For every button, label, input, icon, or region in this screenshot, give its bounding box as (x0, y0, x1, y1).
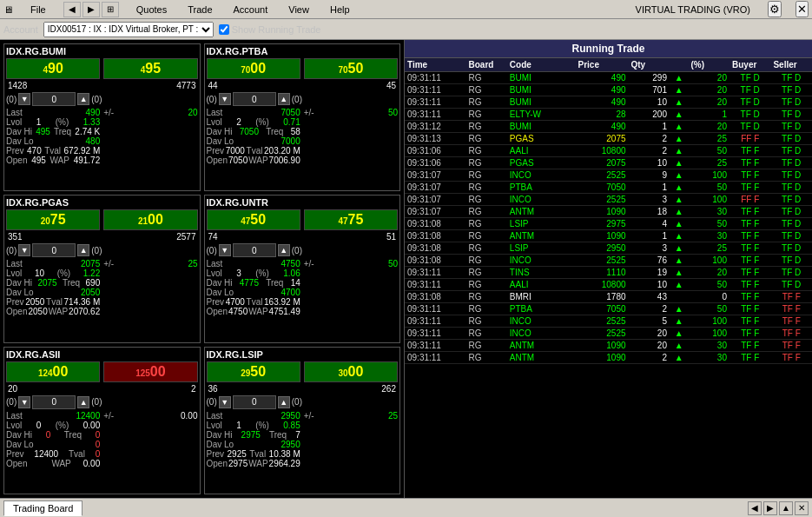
td-price: 7050 (576, 182, 629, 194)
td-code: AALI (507, 279, 576, 291)
order-up-untr[interactable]: ▲ (278, 244, 290, 256)
td-chg: 20 (689, 96, 729, 109)
order-down-asii[interactable]: ▼ (18, 396, 30, 408)
order-input-asii[interactable] (32, 395, 76, 409)
td-code: PGAS (507, 157, 576, 169)
ask-box-untr[interactable]: 4775 (304, 209, 398, 230)
card-title-lsip: IDX.RG.LSIP (207, 349, 399, 360)
td-qty: 2 (629, 303, 670, 315)
td-arrow: ▲ (670, 267, 689, 279)
order-input-untr[interactable] (233, 243, 276, 257)
order-down-lsip[interactable]: ▼ (219, 396, 231, 408)
td-price: 2075 (576, 157, 629, 169)
td-time: 09:31:06 (405, 145, 466, 157)
td-price: 7050 (576, 303, 629, 315)
bid-box-asii[interactable]: 12400 (6, 361, 100, 382)
order-down-ptba[interactable]: ▼ (219, 93, 231, 105)
file-menu[interactable]: File (27, 3, 50, 17)
order-input-bumi[interactable] (32, 92, 76, 106)
ask-box-pgas[interactable]: 2100 (103, 209, 197, 230)
td-buyer: TF F (729, 340, 770, 352)
account-menu[interactable]: Account (230, 3, 272, 17)
card-title-asii: IDX.RG.ASII (6, 349, 198, 360)
td-board: RG (466, 109, 507, 121)
account-select[interactable]: IDX00517 : IX : IDX Virtual Broker, PT : (43, 22, 214, 37)
order-down-untr[interactable]: ▼ (219, 244, 231, 256)
order-up-lsip[interactable]: ▲ (278, 396, 290, 408)
trade-scroll[interactable]: Time Board Code Price Qty (%) Buyer Sell… (405, 58, 812, 498)
close-btn[interactable]: ✕ (795, 1, 809, 17)
view-menu[interactable]: View (285, 3, 313, 17)
td-code: INCO (507, 255, 576, 267)
stats-untr: Last4750 Lvol3(%)1.06 Dav Hi4775Treq14 D… (207, 259, 399, 316)
card-title-pgas: IDX.RG.PGAS (6, 197, 198, 208)
td-board: RG (466, 279, 507, 291)
ask-box-ptba[interactable]: 7050 (304, 58, 398, 79)
td-seller: TF D (770, 72, 812, 84)
trade-row: 09:31:07 RG PTBA 7050 1 ▲ 50 TF F TF D (405, 182, 812, 194)
order-row-lsip: (0) ▼ ▲ (0) (207, 395, 399, 409)
bid-box-ptba[interactable]: 7000 (207, 58, 300, 79)
order-up-asii[interactable]: ▲ (77, 396, 89, 408)
tab-trading-board[interactable]: Trading Board (3, 500, 83, 516)
order-down-pgas[interactable]: ▼ (18, 244, 30, 256)
order-input-pgas[interactable] (32, 243, 76, 257)
ask-box-asii[interactable]: 12500 (103, 361, 197, 382)
td-seller: TF D (770, 84, 812, 96)
td-time: 09:31:11 (405, 279, 466, 291)
td-qty: 10 (629, 279, 670, 291)
td-board: RG (466, 267, 507, 279)
td-time: 09:31:11 (405, 72, 466, 84)
settings-btn[interactable]: ⚙ (768, 1, 782, 17)
order-up-pgas[interactable]: ▲ (77, 244, 89, 256)
order-up-bumi[interactable]: ▲ (77, 93, 89, 105)
show-running-label[interactable]: Show Running Trade (219, 24, 321, 35)
trade-menu[interactable]: Trade (184, 3, 215, 17)
td-buyer: TF F (729, 303, 770, 315)
td-arrow: ▲ (670, 230, 689, 242)
tab-nav-right[interactable]: ▶ (763, 501, 777, 515)
order-row-pgas: (0) ▼ ▲ (0) (6, 243, 198, 257)
quotes-menu[interactable]: Quotes (133, 3, 170, 17)
order-down-bumi[interactable]: ▼ (18, 93, 30, 105)
td-seller: TF F (770, 315, 812, 328)
tab-nav-close[interactable]: ✕ (795, 501, 809, 515)
bid-box-bumi[interactable]: 490 (6, 58, 100, 79)
bid-box-pgas[interactable]: 2075 (6, 209, 100, 230)
td-arrow: ▲ (670, 242, 689, 255)
td-chg: 20 (689, 84, 729, 96)
tab-nav-left[interactable]: ◀ (748, 501, 762, 515)
td-time: 09:31:11 (405, 352, 466, 364)
bid-box-lsip[interactable]: 2950 (207, 361, 300, 382)
td-qty: 200 (629, 109, 670, 121)
td-buyer: TF D (729, 109, 770, 121)
help-menu[interactable]: Help (327, 3, 353, 17)
ask-box-lsip[interactable]: 3000 (304, 361, 398, 382)
toolbar-btn-1[interactable]: ◀ (63, 2, 81, 17)
order-up-ptba[interactable]: ▲ (278, 93, 290, 105)
td-price: 1090 (576, 340, 629, 352)
order-input-lsip[interactable] (233, 395, 276, 409)
td-buyer: TF F (729, 352, 770, 364)
td-chg: 20 (689, 72, 729, 84)
tab-nav-up[interactable]: ▲ (779, 501, 793, 515)
td-qty: 5 (629, 315, 670, 328)
td-chg: 30 (689, 352, 729, 364)
td-qty: 10 (629, 157, 670, 169)
trade-row: 09:31:08 RG LSIP 2950 3 ▲ 25 TF F TF D (405, 242, 812, 255)
toolbar-btn-3[interactable]: ⊞ (102, 2, 119, 17)
toolbar-btn-2[interactable]: ▶ (83, 2, 100, 17)
td-price: 1090 (576, 230, 629, 242)
td-arrow: ▲ (670, 157, 689, 169)
show-running-checkbox[interactable] (219, 24, 229, 35)
td-price: 2075 (576, 133, 629, 145)
order-input-ptba[interactable] (233, 92, 276, 106)
bid-box-untr[interactable]: 4750 (207, 209, 300, 230)
td-qty: 76 (629, 255, 670, 267)
volume-row-lsip: 36262 (207, 384, 399, 394)
account-bar: Account IDX00517 : IX : IDX Virtual Brok… (0, 19, 812, 40)
ask-box-bumi[interactable]: 495 (103, 58, 197, 79)
td-seller: TF D (770, 182, 812, 194)
td-seller: TF D (770, 267, 812, 279)
td-chg: 100 (689, 255, 729, 267)
